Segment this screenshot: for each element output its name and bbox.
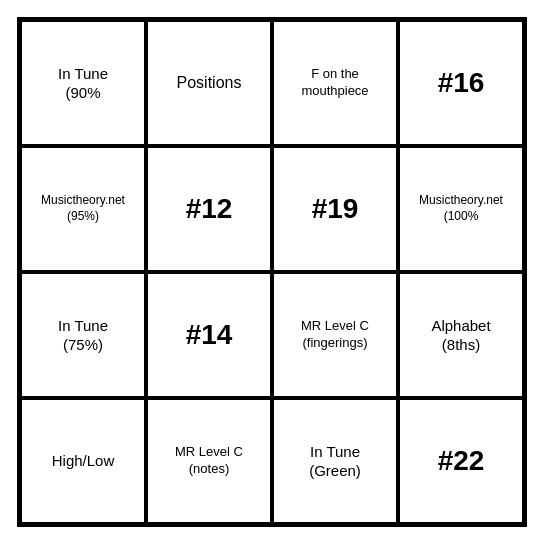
cell-r3c3[interactable]: #22 bbox=[398, 398, 524, 524]
cell-r3c2[interactable]: In Tune(Green) bbox=[272, 398, 398, 524]
cell-r1c2[interactable]: #19 bbox=[272, 146, 398, 272]
cell-r2c3[interactable]: Alphabet(8ths) bbox=[398, 272, 524, 398]
cell-r1c3[interactable]: Musictheory.net(100% bbox=[398, 146, 524, 272]
cell-r3c1[interactable]: MR Level C(notes) bbox=[146, 398, 272, 524]
bingo-board: In Tune(90% Positions F on the mouthpiec… bbox=[17, 17, 527, 527]
cell-r1c1[interactable]: #12 bbox=[146, 146, 272, 272]
cell-r0c2[interactable]: F on the mouthpiece bbox=[272, 20, 398, 146]
cell-r2c2[interactable]: MR Level C(fingerings) bbox=[272, 272, 398, 398]
cell-r2c0[interactable]: In Tune(75%) bbox=[20, 272, 146, 398]
cell-r3c0[interactable]: High/Low bbox=[20, 398, 146, 524]
cell-r0c0[interactable]: In Tune(90% bbox=[20, 20, 146, 146]
cell-r0c3[interactable]: #16 bbox=[398, 20, 524, 146]
cell-r0c1[interactable]: Positions bbox=[146, 20, 272, 146]
cell-r2c1[interactable]: #14 bbox=[146, 272, 272, 398]
cell-r1c0[interactable]: Musictheory.net(95%) bbox=[20, 146, 146, 272]
